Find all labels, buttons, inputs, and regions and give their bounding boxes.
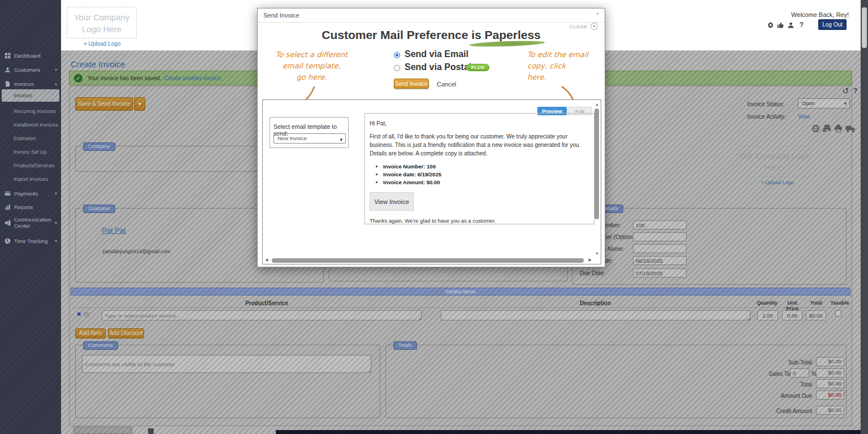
sidebar-subitem-import-invoices[interactable]: Import Invoices xyxy=(0,174,61,184)
sidebar-item-payments[interactable]: Payments ▾ xyxy=(0,188,61,199)
chevron-down-icon: ▾ xyxy=(55,67,57,72)
credit-amount-value: $0.00 xyxy=(816,406,844,415)
browser-scrollbar[interactable] xyxy=(861,0,868,434)
upload-logo-link[interactable]: + Upload Logo xyxy=(84,41,120,47)
annotation-line: email template, xyxy=(268,60,355,72)
sidebar-item-customers[interactable]: Customers ▾ xyxy=(0,64,61,75)
po-number-field[interactable] xyxy=(633,232,687,241)
scroll-left-icon[interactable]: ◀ xyxy=(265,258,268,262)
amount-due-label: Amount Due xyxy=(727,393,812,399)
quantity-input[interactable] xyxy=(757,310,778,320)
scroll-up-icon[interactable]: ▲ xyxy=(595,102,599,107)
panel-hscroll-thumb[interactable] xyxy=(272,258,584,263)
unit-price-input[interactable] xyxy=(782,310,802,320)
chevron-down-icon: ▾ xyxy=(55,191,57,196)
resize-handle[interactable] xyxy=(368,370,371,373)
help-icon[interactable]: ? xyxy=(853,87,857,95)
sidebar-item-invoices[interactable]: Invoices ▴ xyxy=(0,78,61,89)
product-service-input[interactable] xyxy=(102,310,422,320)
fax-icon[interactable] xyxy=(822,124,832,133)
annotation-line: here. xyxy=(527,72,595,83)
sales-tax-rate-input[interactable] xyxy=(790,368,809,377)
undo-icon[interactable]: ↺ xyxy=(842,86,849,96)
invoice-status-select[interactable]: Open ▾ xyxy=(798,98,850,108)
email-bullet-list: Invoice Number: 100 Invoice date: 6/19/2… xyxy=(383,163,589,186)
email-greeting: Hi Pat, xyxy=(370,119,589,128)
web-icon[interactable] xyxy=(811,124,821,133)
annotation-line: go here. xyxy=(268,72,355,83)
sales-tax-label: Sales Tax xyxy=(769,371,793,377)
sidebar-item-reports[interactable]: Reports xyxy=(0,201,61,212)
gear-icon[interactable] xyxy=(767,21,774,28)
invoice-date-field[interactable] xyxy=(633,256,687,265)
sidebar-item-time-tracking[interactable]: Time Tracking ▾ xyxy=(0,235,61,246)
sidebar-item-label: Payments xyxy=(14,190,38,197)
scroll-right-icon[interactable]: ▶ xyxy=(589,258,592,262)
logo-text: Your Company Logo Here xyxy=(737,151,809,172)
send-via-email-radio[interactable] xyxy=(394,52,400,58)
comments-textarea[interactable] xyxy=(82,355,371,373)
sidebar-subitem-products-services[interactable]: Products/Services xyxy=(0,160,61,171)
add-item-button[interactable]: Add Item xyxy=(75,328,106,338)
delete-row-icon[interactable]: ✖ xyxy=(77,311,81,317)
sidebar-subitem-invoice-set-up[interactable]: Invoice Set Up xyxy=(0,147,61,157)
sidebar-item-label: Invoices xyxy=(14,81,34,87)
customer-name-link[interactable]: Pat Pat xyxy=(102,226,126,235)
due-date-field[interactable] xyxy=(633,268,687,277)
save-send-caret-button[interactable]: ▾ xyxy=(134,97,145,111)
template-select[interactable]: New Invoice ▾ xyxy=(274,133,346,144)
add-discount-button[interactable]: Add Discount xyxy=(108,328,144,338)
create-another-invoice-link[interactable]: Create another invoice. xyxy=(164,75,222,81)
template-select-value: New Invoice xyxy=(277,135,307,141)
sidebar-subitem-installment-invoices[interactable]: Installment Invoices xyxy=(0,120,61,130)
invoice-number-field[interactable] xyxy=(633,220,687,229)
resize-handle[interactable] xyxy=(747,317,750,320)
chevron-down-icon: ▾ xyxy=(844,99,847,108)
scrollbar-thumb[interactable] xyxy=(862,7,867,48)
send-via-email-label[interactable]: Send via Email xyxy=(405,49,468,59)
help-icon[interactable]: ? xyxy=(800,21,804,29)
dashboard-icon xyxy=(5,53,11,59)
cancel-link[interactable]: Cancel xyxy=(437,81,456,88)
comments-tag: Comments xyxy=(83,341,118,350)
sidebar-subitem-invoices[interactable]: Invoices xyxy=(2,89,59,102)
email-bullet: Invoice Amount: $0.00 xyxy=(383,179,589,186)
subitem-label: Installment Invoices xyxy=(14,122,58,128)
panel-vscroll-thumb[interactable] xyxy=(594,108,599,219)
annotation-line: To select a different xyxy=(268,49,355,60)
scroll-down-icon[interactable]: ▼ xyxy=(595,251,599,256)
taxable-checkbox[interactable] xyxy=(835,310,841,316)
print-icon[interactable] xyxy=(834,124,843,133)
modal-send-invoice-button[interactable]: Send Invoice xyxy=(394,79,429,89)
col-unit-price: Unit Price xyxy=(781,300,804,311)
send-via-postal-radio[interactable] xyxy=(394,65,400,71)
save-send-invoice-button[interactable]: Save & Send Invoice xyxy=(75,97,133,111)
email-closing: Thanks again. We're glad to have you as … xyxy=(370,216,589,224)
drag-handle-icon[interactable] xyxy=(84,313,89,316)
email-body: First of all, I'd like to thank you for … xyxy=(370,132,589,158)
send-via-postal-label[interactable]: Send via Postal xyxy=(405,62,471,72)
sidebar-item-label: Dashboard xyxy=(14,53,40,59)
sidebar-subitem-recurring-invoices[interactable]: Recurring Invoices xyxy=(0,106,61,116)
invoice-activity-view-link[interactable]: View xyxy=(798,114,810,120)
subitem-label: Products/Services xyxy=(14,163,55,168)
resize-handle[interactable] xyxy=(418,317,422,320)
subitem-label: Invoices xyxy=(14,93,32,98)
shipping-truck-icon[interactable] xyxy=(845,124,856,133)
sidebar-item-communication-center[interactable]: Communication Center ▾ xyxy=(0,214,61,232)
upload-invoice-logo-link[interactable]: + Upload Logo xyxy=(761,180,794,185)
sidebar-subitem-estimates[interactable]: Estimates xyxy=(0,133,61,144)
welcome-text: Welcome Back, Rey! xyxy=(791,11,849,18)
sales-rep-field[interactable] xyxy=(633,244,687,253)
user-icon[interactable] xyxy=(787,21,795,28)
totals-tag: Totals xyxy=(393,341,417,350)
chevron-down-icon: ▾ xyxy=(55,220,57,225)
footer-button-stub[interactable] xyxy=(73,427,132,434)
view-invoice-button[interactable]: View Invoice xyxy=(370,192,414,211)
logout-button[interactable]: Log Out xyxy=(818,19,847,30)
sidebar-item-dashboard[interactable]: Dashboard xyxy=(0,50,61,61)
description-input[interactable] xyxy=(441,310,750,320)
line-total-input[interactable] xyxy=(806,310,826,320)
thumbs-up-icon[interactable] xyxy=(777,21,784,28)
chevron-down-icon: ▾ xyxy=(55,238,57,244)
